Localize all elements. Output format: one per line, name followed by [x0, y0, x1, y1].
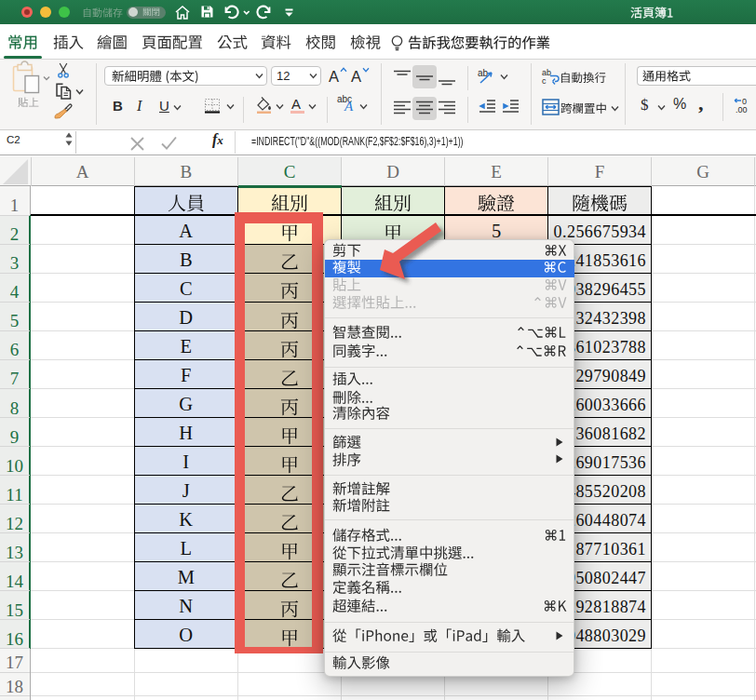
svg-text:c: c	[542, 76, 547, 86]
svg-text:.00: .00	[736, 105, 748, 114]
